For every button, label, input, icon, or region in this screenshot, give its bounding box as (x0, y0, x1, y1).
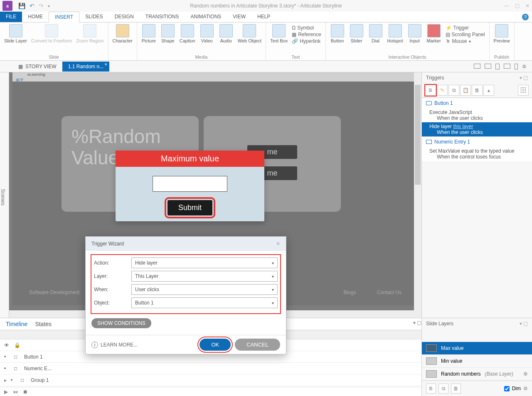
timeline-row[interactable]: ▸•□Group 1 (0, 374, 421, 386)
delete-trigger-button[interactable]: 🗑 (472, 85, 483, 96)
help-icon[interactable]: ? (522, 14, 529, 20)
web-object-button[interactable]: Web Object (236, 23, 263, 44)
preview-button[interactable]: Preview (492, 23, 512, 44)
new-trigger-button[interactable]: 🗎 (425, 85, 436, 96)
ribbon: Slide Layer Convert to Freeform Zoom Reg… (0, 22, 532, 61)
trigger-object-button1[interactable]: Button 1 (422, 98, 532, 108)
home-tab[interactable]: HOME (22, 12, 49, 22)
character-button[interactable]: Character (111, 23, 134, 44)
qat-dropdown-icon[interactable]: ▾ (48, 4, 50, 8)
undo-icon[interactable]: ↶ (30, 2, 34, 9)
dim-checkbox[interactable] (504, 386, 510, 391)
audio-button[interactable]: Audio (217, 23, 235, 44)
slider-button[interactable]: Slider (347, 23, 366, 46)
eye-icon[interactable]: 👁 (4, 342, 10, 348)
view-tab[interactable]: VIEW (227, 12, 251, 22)
trigger-item-selected[interactable]: Hide layer this layerWhen the user click… (422, 122, 532, 136)
close-button[interactable]: ✕ (525, 3, 530, 9)
play-icon[interactable]: ▶ (4, 389, 8, 395)
design-tab[interactable]: DESIGN (109, 12, 140, 22)
input-button[interactable]: Input (406, 23, 424, 46)
timeline-row[interactable]: •□Numeric E... (0, 363, 421, 374)
redo-icon[interactable]: ↷ (39, 2, 44, 9)
hotspot-button[interactable]: Hotspot (386, 23, 405, 46)
delete-layer-button[interactable]: 🗑 (451, 384, 461, 394)
cancel-button[interactable]: CANCEL (235, 339, 280, 351)
paste-trigger-button[interactable]: 📋 (460, 85, 471, 96)
panel-options-icon[interactable]: ▾ ▢ (413, 320, 421, 326)
panel-menu-icon[interactable]: ▾ ▢ (520, 75, 528, 81)
variables-button[interactable]: 🅇 (518, 85, 529, 96)
trigger-item[interactable]: Execute JavaScriptWhen the user clicks (422, 108, 532, 122)
symbol-button[interactable]: ΩSymbol (292, 25, 321, 31)
max-value-input[interactable] (153, 176, 227, 192)
timeline-tab[interactable]: Timeline (6, 321, 27, 327)
dial-button[interactable]: Dial (367, 23, 385, 46)
new-layer-button[interactable]: 🗎 (426, 384, 436, 394)
vertical-scrollbar[interactable] (414, 72, 421, 318)
view-tablet-portrait-icon[interactable] (495, 64, 500, 69)
transitions-tab[interactable]: TRANSITIONS (140, 12, 185, 22)
video-button[interactable]: Video (198, 23, 216, 44)
layer-row-min[interactable]: Min value (422, 355, 532, 368)
animations-tab[interactable]: ANIMATIONS (185, 12, 227, 22)
close-icon[interactable]: ✕ (104, 62, 108, 67)
copy-trigger-button[interactable]: ⧉ (448, 85, 459, 96)
when-select[interactable]: User clicks▾ (131, 284, 278, 295)
ok-button[interactable]: OK (200, 339, 231, 351)
slides-tab[interactable]: SLIDES (79, 12, 109, 22)
close-icon[interactable]: ✕ (276, 241, 280, 247)
show-conditions-button[interactable]: SHOW CONDITIONS (91, 318, 151, 328)
mouse-button[interactable]: 🖱Mouse▾ (446, 38, 485, 44)
learn-more-link[interactable]: iLEARN MORE... (91, 342, 138, 348)
action-select[interactable]: Hide layer▾ (131, 257, 278, 268)
rewind-icon[interactable]: ⏮ (13, 389, 18, 395)
panel-menu-icon[interactable]: ▾ ▢ (520, 321, 528, 327)
move-up-button[interactable]: ▴ (483, 85, 494, 96)
insert-tab[interactable]: INSERT (49, 12, 79, 22)
shape-button[interactable]: Shape (159, 23, 177, 44)
hyperlink-button[interactable]: 🔗Hyperlink (292, 38, 321, 44)
file-tab[interactable]: FILE (0, 12, 22, 22)
gear-icon[interactable]: ⚙ (523, 371, 528, 377)
trigger-object-numeric[interactable]: Numeric Entry 1 (422, 136, 532, 147)
zoom-region-button[interactable]: Zoom Region (74, 23, 105, 44)
layer-select[interactable]: This Layer▾ (131, 271, 278, 282)
submit-button[interactable]: Submit (167, 200, 212, 215)
view-phone-portrait-icon[interactable] (515, 64, 518, 69)
save-icon[interactable]: 💾 (18, 2, 25, 9)
trigger-button[interactable]: ⚡Trigger (446, 25, 485, 31)
settings-icon[interactable]: ⚙ (522, 64, 529, 69)
reference-button[interactable]: ▦Reference (292, 32, 321, 37)
edit-trigger-button[interactable]: ✎ (437, 85, 448, 96)
scrolling-panel-button[interactable]: ▤Scrolling Panel (446, 32, 485, 37)
layer-row-max[interactable]: Max value (422, 342, 532, 355)
stop-icon[interactable]: ⏹ (23, 389, 28, 395)
scenes-panel-collapsed[interactable]: Scenes (0, 72, 9, 318)
slide-layer-button[interactable]: Slide Layer (2, 23, 29, 44)
trigger-item[interactable]: Set MaxValue equal to the typed valueWhe… (422, 147, 532, 161)
story-view-tab[interactable]: ▦STORY VIEW (12, 62, 62, 72)
layer-settings-icon[interactable]: ⚙ (523, 386, 528, 391)
this-layer-link[interactable]: this layer (453, 124, 473, 129)
object-select[interactable]: Button 1▾ (131, 297, 278, 308)
maximize-button[interactable]: ▢ (515, 3, 520, 9)
layer-row-base[interactable]: Random numbers (Base Layer)⚙ (422, 368, 532, 381)
minimize-button[interactable]: — (504, 3, 509, 9)
text-box-button[interactable]: Text Box (268, 23, 289, 46)
picture-button[interactable]: Picture (140, 23, 158, 44)
states-tab[interactable]: States (35, 321, 52, 327)
lock-icon[interactable]: 🔒 (14, 342, 20, 348)
window-title: Random numbers in Articulate Storyline 3… (190, 3, 342, 9)
convert-freeform-button[interactable]: Convert to Freeform (30, 23, 74, 44)
view-desktop-icon[interactable] (474, 64, 480, 69)
input-icon (426, 140, 432, 144)
marker-button[interactable]: Marker (425, 23, 443, 46)
button-button[interactable]: Button (328, 23, 347, 46)
slide-tab[interactable]: 1.1 Random n...✕ (62, 62, 109, 72)
help-tab[interactable]: HELP (251, 12, 276, 22)
caption-button[interactable]: Caption (178, 23, 197, 44)
view-tablet-landscape-icon[interactable] (485, 64, 491, 69)
duplicate-layer-button[interactable]: ⧉ (438, 384, 448, 394)
view-phone-landscape-icon[interactable] (504, 64, 510, 69)
